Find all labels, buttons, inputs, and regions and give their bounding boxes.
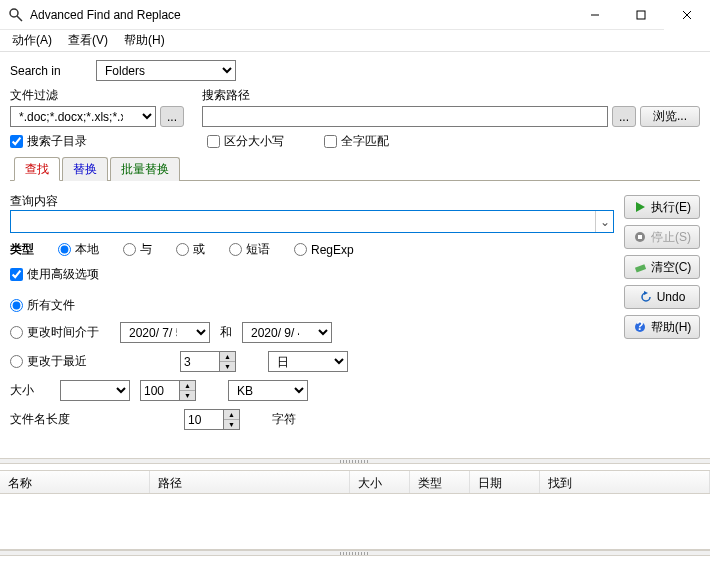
file-filter-more-button[interactable]: ... [160,106,184,127]
svg-text:?: ? [636,321,643,333]
tab-replace[interactable]: 替换 [62,157,108,181]
name-len-stepper[interactable]: ▲▼ [184,409,240,430]
col-type[interactable]: 类型 [410,471,470,493]
svg-point-0 [10,9,18,17]
type-or-radio[interactable]: 或 [176,241,205,258]
type-phrase-radio[interactable]: 短语 [229,241,270,258]
case-sensitive-checkbox[interactable]: 区分大小写 [207,133,284,150]
query-input[interactable] [11,211,595,232]
file-filter-label: 文件过滤 [10,87,186,104]
and-label: 和 [220,324,232,341]
search-path-label: 搜索路径 [202,87,700,104]
size-unit-select[interactable]: KB [228,380,308,401]
date-to-select[interactable]: 2020/ 9/ 4 [242,322,332,343]
date-from-select[interactable]: 2020/ 7/ 5 [120,322,210,343]
help-icon: ? [633,320,647,334]
svg-marker-6 [636,202,645,212]
svg-line-1 [17,16,22,21]
search-path-input[interactable] [202,106,608,127]
type-regexp-radio[interactable]: RegExp [294,243,354,257]
search-path-more-button[interactable]: ... [612,106,636,127]
app-icon [8,7,24,23]
search-in-label: Search in [10,64,90,78]
window-title: Advanced Find and Replace [30,8,572,22]
recent-count-stepper[interactable]: ▲▼ [180,351,236,372]
col-size[interactable]: 大小 [350,471,410,493]
clear-button[interactable]: 清空(C) [624,255,700,279]
changed-recent-radio[interactable]: 更改于最近 [10,353,110,370]
changed-between-radio[interactable]: 更改时间介于 [10,324,110,341]
type-local-radio[interactable]: 本地 [58,241,99,258]
col-date[interactable]: 日期 [470,471,540,493]
query-label: 查询内容 [10,193,614,210]
menu-view[interactable]: 查看(V) [60,30,116,51]
search-in-select[interactable]: Folders [96,60,236,81]
results-body [0,494,710,550]
query-dropdown-caret[interactable]: ⌄ [595,211,613,232]
svg-marker-10 [644,291,648,295]
execute-button[interactable]: 执行(E) [624,195,700,219]
chevron-down-icon[interactable]: ▼ [220,362,235,371]
size-op-select[interactable] [60,380,130,401]
recent-unit-select[interactable]: 日 [268,351,348,372]
name-len-label: 文件名长度 [10,411,110,428]
help-button[interactable]: ?帮助(H) [624,315,700,339]
name-len-unit: 字符 [272,411,296,428]
type-and-radio[interactable]: 与 [123,241,152,258]
menubar: 动作(A) 查看(V) 帮助(H) [0,30,710,52]
side-buttons: 执行(E) 停止(S) 清空(C) Undo ?帮助(H) [624,187,710,458]
detail-pane [0,556,710,575]
results-header: 名称 路径 大小 类型 日期 找到 [0,470,710,494]
eraser-icon [633,260,647,274]
play-icon [633,200,647,214]
tab-batch[interactable]: 批量替换 [110,157,180,181]
type-label: 类型 [10,241,34,258]
search-subdir-checkbox[interactable]: 搜索子目录 [10,133,87,150]
menu-action[interactable]: 动作(A) [4,30,60,51]
tab-find[interactable]: 查找 [14,157,60,181]
menu-help[interactable]: 帮助(H) [116,30,173,51]
use-advanced-checkbox[interactable]: 使用高级选项 [10,266,614,283]
stop-button[interactable]: 停止(S) [624,225,700,249]
close-button[interactable] [664,0,710,30]
browse-button[interactable]: 浏览... [640,106,700,127]
col-found[interactable]: 找到 [540,471,710,493]
col-path[interactable]: 路径 [150,471,350,493]
splitter[interactable] [0,458,710,464]
titlebar: Advanced Find and Replace [0,0,710,30]
minimize-button[interactable] [572,0,618,30]
svg-rect-8 [638,235,642,239]
undo-button[interactable]: Undo [624,285,700,309]
maximize-button[interactable] [618,0,664,30]
svg-rect-9 [635,264,646,272]
file-filter-select[interactable]: *.doc;*.docx;*.xls;*.xlsx;*.h [10,106,156,127]
undo-icon [639,290,653,304]
all-files-radio[interactable]: 所有文件 [10,297,75,314]
col-name[interactable]: 名称 [0,471,150,493]
stop-icon [633,230,647,244]
size-value-stepper[interactable]: ▲▼ [140,380,196,401]
chevron-up-icon[interactable]: ▲ [220,352,235,362]
svg-rect-3 [637,11,645,19]
splitter-2[interactable] [0,550,710,556]
query-input-combo[interactable]: ⌄ [10,210,614,233]
main-panel: 查询内容 ⌄ 类型 本地 与 或 短语 RegExp 使用高级选项 所有文件 更… [0,187,624,458]
size-label: 大小 [10,382,50,399]
toolbar-area: Search in Folders 文件过滤 *.doc;*.docx;*.xl… [0,52,710,187]
tabs: 查找 替换 批量替换 [10,156,700,181]
whole-word-checkbox[interactable]: 全字匹配 [324,133,389,150]
